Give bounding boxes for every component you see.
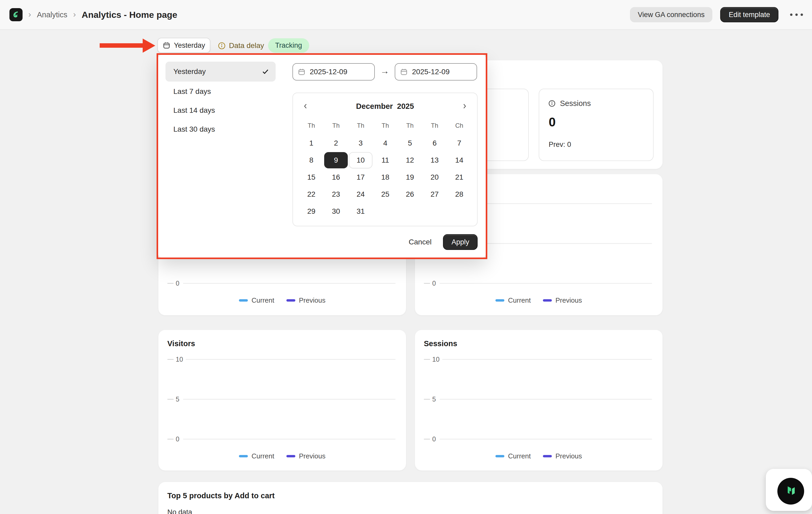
weekday-header-row: ThThThThThThCh <box>299 120 471 131</box>
calendar-day[interactable]: 22 <box>299 186 324 203</box>
preset-label: Last 14 days <box>173 106 215 115</box>
y-axis-label: 0 <box>174 435 183 443</box>
end-date-value: 2025-12-09 <box>412 68 450 76</box>
chart-legend: CurrentPrevious <box>158 296 406 305</box>
calendar-day-number: 14 <box>447 152 471 168</box>
legend-current: Current <box>239 452 274 460</box>
preset-label: Last 7 days <box>173 87 211 96</box>
calendar-day-number: 19 <box>398 169 422 185</box>
date-range-button[interactable]: Yesterday <box>157 38 210 53</box>
calendar-day[interactable]: 16 <box>324 169 348 186</box>
gridline-row: 5 <box>167 399 396 400</box>
calendar-day[interactable]: 5 <box>398 135 422 151</box>
chevron-right-icon <box>461 103 468 110</box>
data-delay-indicator[interactable]: Data delay <box>218 38 264 53</box>
calendar-day[interactable]: 25 <box>373 186 398 203</box>
gridline <box>442 359 652 360</box>
metric-previous-value: Prev: 0 <box>549 141 571 149</box>
calendar-day[interactable]: 19 <box>398 169 422 186</box>
calendar-day-number: 22 <box>299 186 323 202</box>
calendar-day[interactable]: 20 <box>422 169 447 186</box>
calendar-day[interactable]: 3 <box>348 135 373 151</box>
previous-month-button[interactable] <box>300 101 311 112</box>
calendar-day-number: 24 <box>349 186 372 202</box>
annotation-arrow-head <box>143 38 155 53</box>
brand-logo-icon <box>783 484 799 499</box>
view-ga-connections-button[interactable]: View GA connections <box>630 7 713 22</box>
calendar-day-number: 12 <box>398 152 422 168</box>
calendar-day[interactable]: 18 <box>373 169 398 186</box>
date-picker-popover: YesterdayLast 7 daysLast 14 daysLast 30 … <box>157 54 487 258</box>
chart-title: Sessions <box>424 339 457 348</box>
info-icon <box>548 99 556 107</box>
y-axis-label: 5 <box>174 396 183 403</box>
calendar-day[interactable]: 12 <box>398 151 422 169</box>
calendar-icon <box>163 41 171 49</box>
legend-current-swatch <box>239 299 248 302</box>
legend-current: Current <box>495 296 531 305</box>
ellipsis-icon <box>789 12 804 17</box>
preset-option-yesterday[interactable]: Yesterday <box>166 62 276 82</box>
preset-option-last-14-days[interactable]: Last 14 days <box>166 101 276 120</box>
calendar-day[interactable]: 23 <box>324 186 348 203</box>
calendar-day[interactable]: 24 <box>348 186 373 203</box>
calendar-day[interactable]: 15 <box>299 169 324 186</box>
date-presets-list: YesterdayLast 7 daysLast 14 daysLast 30 … <box>166 62 276 139</box>
gridline-row: 0 <box>424 283 652 284</box>
calendar-day[interactable]: 11 <box>373 151 398 169</box>
chevron-right-icon: › <box>28 9 32 19</box>
edit-template-button[interactable]: Edit template <box>720 7 778 22</box>
gridline <box>183 439 396 439</box>
gridline-row: 10 <box>167 359 396 360</box>
legend-current-swatch <box>495 455 504 457</box>
y-tick <box>424 283 430 284</box>
legend-label: Previous <box>299 296 325 305</box>
breadcrumb-section[interactable]: Analytics <box>37 10 67 19</box>
calendar-day[interactable]: 13 <box>422 151 447 169</box>
preset-option-last-7-days[interactable]: Last 7 days <box>166 82 276 101</box>
preset-option-last-30-days[interactable]: Last 30 days <box>166 120 276 139</box>
calendar-day[interactable]: 29 <box>299 203 324 220</box>
gridline <box>440 439 652 439</box>
end-date-input[interactable]: 2025-12-09 <box>395 63 477 81</box>
chart-legend: CurrentPrevious <box>158 452 406 460</box>
legend-previous-swatch <box>286 455 295 457</box>
data-delay-label: Data delay <box>229 41 264 50</box>
calendar-day[interactable]: 7 <box>447 135 471 151</box>
arrow-right-icon: → <box>378 66 392 76</box>
calendar: December 2025 ThThThThThThCh 12345678910… <box>292 92 477 226</box>
calendar-icon <box>400 68 408 76</box>
calendar-day[interactable]: 2 <box>324 135 348 151</box>
calendar-day[interactable]: 21 <box>447 169 471 186</box>
calendar-day[interactable]: 8 <box>299 151 324 169</box>
weekday-label: Th <box>299 120 324 131</box>
calendar-day-number: 28 <box>447 186 471 202</box>
calendar-day[interactable]: 9 <box>324 151 348 169</box>
calendar-day[interactable]: 28 <box>447 186 471 203</box>
gridline <box>186 359 396 360</box>
calendar-day[interactable]: 27 <box>422 186 447 203</box>
calendar-day[interactable]: 1 <box>299 135 324 151</box>
annotation-arrow <box>100 43 143 48</box>
chevron-left-icon <box>302 103 309 110</box>
calendar-day[interactable]: 6 <box>422 135 447 151</box>
calendar-icon <box>298 68 306 76</box>
calendar-day[interactable]: 17 <box>348 169 373 186</box>
calendar-day[interactable]: 10 <box>348 151 373 169</box>
start-date-input[interactable]: 2025-12-09 <box>292 63 375 81</box>
calendar-day[interactable]: 4 <box>373 135 398 151</box>
calendar-day[interactable]: 26 <box>398 186 422 203</box>
legend-previous: Previous <box>286 452 325 460</box>
calendar-day[interactable]: 31 <box>348 203 373 220</box>
cancel-button[interactable]: Cancel <box>409 238 431 246</box>
gridline <box>440 399 652 400</box>
y-axis-label: 0 <box>430 280 440 287</box>
more-menu-button[interactable] <box>786 10 807 19</box>
legend-previous-swatch <box>543 455 552 457</box>
calendar-day[interactable]: 30 <box>324 203 348 220</box>
next-month-button[interactable] <box>459 101 470 112</box>
apply-button[interactable]: Apply <box>443 234 477 250</box>
brand-launcher-button[interactable] <box>777 478 804 505</box>
y-tick <box>424 439 430 439</box>
calendar-day[interactable]: 14 <box>447 151 471 169</box>
